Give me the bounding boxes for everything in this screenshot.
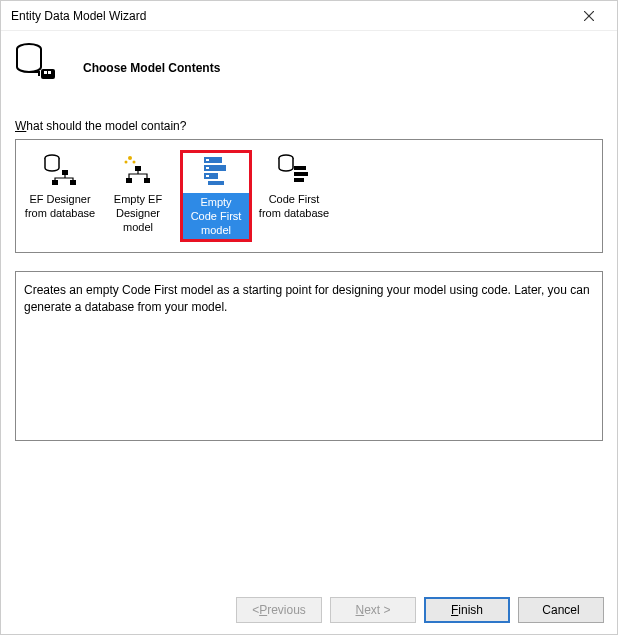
window-title: Entity Data Model Wizard <box>11 9 146 23</box>
svg-rect-22 <box>206 175 209 177</box>
database-code-icon <box>276 152 312 188</box>
title-bar: Entity Data Model Wizard <box>1 1 617 31</box>
svg-rect-8 <box>52 180 58 185</box>
svg-rect-20 <box>206 159 209 161</box>
svg-point-11 <box>125 161 128 164</box>
svg-rect-25 <box>294 172 308 176</box>
previous-button: < Previous <box>236 597 322 623</box>
finish-button[interactable]: Finish <box>424 597 510 623</box>
close-icon <box>584 11 594 21</box>
database-diagram-icon <box>42 152 78 188</box>
option-label: Code First from database <box>258 192 330 220</box>
next-button: Next > <box>330 597 416 623</box>
svg-rect-9 <box>70 180 76 185</box>
close-button[interactable] <box>569 2 609 30</box>
code-model-icon <box>198 153 234 189</box>
option-label: Empty EF Designer model <box>102 192 174 234</box>
description-text: Creates an empty Code First model as a s… <box>24 283 590 314</box>
svg-rect-4 <box>44 71 47 74</box>
option-empty-ef-designer-model[interactable]: Empty EF Designer model <box>102 150 174 242</box>
wizard-header: Choose Model Contents <box>1 31 617 111</box>
option-empty-code-first-model[interactable]: Empty Code First model <box>180 150 252 242</box>
svg-rect-15 <box>144 178 150 183</box>
option-label: EF Designer from database <box>24 192 96 220</box>
svg-rect-26 <box>294 178 304 182</box>
svg-rect-24 <box>294 166 306 170</box>
wizard-footer: < Previous Next > Finish Cancel <box>236 597 604 623</box>
page-title: Choose Model Contents <box>83 61 220 75</box>
svg-rect-21 <box>206 167 209 169</box>
options-panel: EF Designer from database Empty EF Desig… <box>15 139 603 253</box>
description-panel: Creates an empty Code First model as a s… <box>15 271 603 441</box>
option-ef-designer-from-database[interactable]: EF Designer from database <box>24 150 96 242</box>
cancel-button[interactable]: Cancel <box>518 597 604 623</box>
database-wizard-icon <box>15 41 63 89</box>
prompt-label: What should the model contain? <box>15 119 603 133</box>
option-code-first-from-database[interactable]: Code First from database <box>258 150 330 242</box>
svg-rect-5 <box>48 71 51 74</box>
svg-rect-13 <box>135 166 141 171</box>
svg-rect-14 <box>126 178 132 183</box>
svg-point-10 <box>128 156 132 160</box>
option-label: Empty Code First model <box>183 193 249 239</box>
svg-rect-7 <box>62 170 68 175</box>
svg-rect-19 <box>208 181 224 185</box>
svg-point-12 <box>133 161 136 164</box>
diagram-icon <box>120 152 156 188</box>
